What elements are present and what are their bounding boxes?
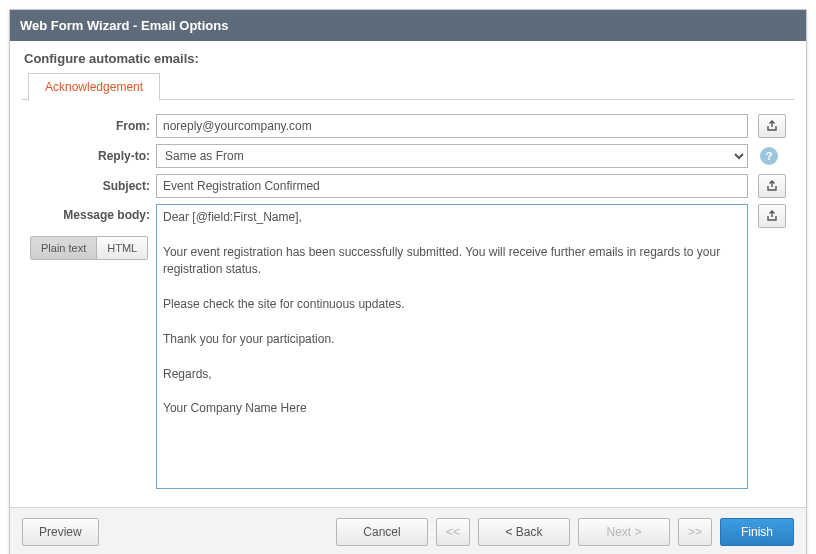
cancel-button[interactable]: Cancel <box>336 518 428 546</box>
subject-input[interactable] <box>156 174 748 198</box>
tabstrip: Acknowledgement <box>22 72 794 100</box>
back-button[interactable]: < Back <box>478 518 570 546</box>
row-message-body: Message body: Plain text HTML <box>30 204 786 489</box>
label-subject: Subject: <box>30 174 156 193</box>
tab-acknowledgement[interactable]: Acknowledgement <box>28 73 160 101</box>
from-input[interactable] <box>156 114 748 138</box>
insert-field-icon <box>765 119 779 133</box>
next-button[interactable]: Next > <box>578 518 670 546</box>
row-reply-to: Reply-to: Same as From ? <box>30 144 786 168</box>
first-page-button[interactable]: << <box>436 518 470 546</box>
insert-field-button-body[interactable] <box>758 204 786 228</box>
insert-field-icon <box>765 209 779 223</box>
section-heading: Configure automatic emails: <box>24 51 794 66</box>
finish-button[interactable]: Finish <box>720 518 794 546</box>
wizard-footer: Preview Cancel << < Back Next > >> Finis… <box>10 507 806 554</box>
wizard-window: Web Form Wizard - Email Options Configur… <box>9 9 807 554</box>
row-from: From: <box>30 114 786 138</box>
body-format-toggle: Plain text HTML <box>30 236 148 260</box>
label-message-body: Message body: <box>30 204 156 222</box>
label-from: From: <box>30 114 156 133</box>
reply-to-select[interactable]: Same as From <box>156 144 748 168</box>
content-area: Configure automatic emails: Acknowledgem… <box>10 41 806 507</box>
insert-field-button-from[interactable] <box>758 114 786 138</box>
message-body-textarea[interactable] <box>156 204 748 489</box>
form-area: From: Reply-to: Same as From <box>22 100 794 499</box>
preview-button[interactable]: Preview <box>22 518 99 546</box>
label-reply-to: Reply-to: <box>30 144 156 163</box>
window-title: Web Form Wizard - Email Options <box>10 10 806 41</box>
format-html[interactable]: HTML <box>96 237 147 259</box>
help-icon[interactable]: ? <box>760 147 778 165</box>
insert-field-button-subject[interactable] <box>758 174 786 198</box>
insert-field-icon <box>765 179 779 193</box>
last-page-button[interactable]: >> <box>678 518 712 546</box>
row-subject: Subject: <box>30 174 786 198</box>
format-plain-text[interactable]: Plain text <box>31 237 96 259</box>
